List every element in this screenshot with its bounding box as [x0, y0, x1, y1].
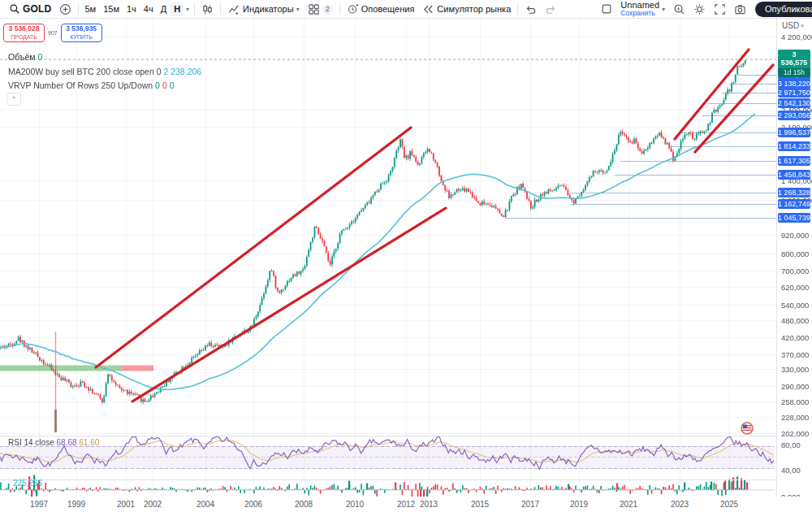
rsi-legend[interactable]: RSI 14 close 68,68 61,60: [8, 438, 99, 447]
level-price-label[interactable]: 1 162,749: [778, 199, 810, 209]
price-tick: 228,000: [781, 413, 809, 422]
level-price-label[interactable]: 2 971,750: [778, 88, 810, 98]
vrvp-value-extra: 0: [170, 80, 175, 90]
legend-collapse-button[interactable]: ⌃: [6, 93, 21, 106]
level-price-label[interactable]: 2 542,130: [778, 98, 810, 108]
year-label-2021: 2021: [620, 500, 637, 509]
price-tick: 420,000: [781, 333, 809, 342]
symbol-search[interactable]: GOLD: [5, 2, 55, 16]
timeframe-1ч[interactable]: 1ч: [123, 2, 140, 16]
chevron-down-icon: ▾: [662, 6, 665, 13]
spread-value: 907: [45, 30, 61, 36]
pane-separator[interactable]: [0, 436, 812, 436]
timeframe-4ч[interactable]: 4ч: [140, 2, 157, 16]
year-label-2025: 2025: [720, 500, 738, 509]
chart-style-button[interactable]: [197, 2, 218, 16]
price-tick: 480,000: [781, 315, 809, 324]
level-price-label[interactable]: 1 268,328: [778, 188, 810, 197]
pane-tick: 80,00: [781, 440, 801, 449]
level-price-label[interactable]: 1 045,739: [778, 213, 810, 223]
year-label-2010: 2010: [346, 500, 364, 509]
timeframe-group: 5м15м1ч4чДН: [81, 2, 184, 16]
currency-selector[interactable]: USD ▾: [782, 21, 804, 30]
vrvp-legend-label: VRVP Number Of Rows 250 Up/Down: [8, 80, 153, 90]
bar-countdown: 1d 15h: [778, 68, 810, 77]
alerts-label: Оповещения: [361, 4, 415, 14]
year-label-2008: 2008: [295, 500, 313, 509]
divider: [517, 3, 518, 15]
price-axis[interactable]: USD ▾ 4 200,0002 400,0002 100,0001 400,0…: [777, 18, 812, 497]
alerts-button[interactable]: Оповещения: [343, 2, 419, 16]
divider: [220, 3, 221, 15]
sell-button[interactable]: 3 536,028 ПРОДАТЬ: [3, 24, 45, 42]
year-label-1999: 1999: [67, 500, 85, 509]
level-price-label[interactable]: 1 458,843: [778, 170, 810, 180]
symbol-name: GOLD: [23, 3, 51, 15]
compare-add-button[interactable]: [55, 2, 76, 16]
rsi-ma-value: 61,60: [79, 438, 99, 447]
alert-clock-icon: [347, 3, 359, 15]
select-layout-checkbox[interactable]: [597, 2, 616, 16]
layout-count-badge: 2: [322, 4, 333, 15]
volume-pane-legend[interactable]: 225,266: [13, 479, 42, 488]
timeframe-15м[interactable]: 15м: [100, 2, 123, 16]
search-icon: [9, 3, 20, 15]
buy-button[interactable]: 3 536,935 КУПИТЬ: [61, 24, 102, 42]
current-price-value: 3 536,575: [778, 50, 810, 68]
layout-name-button[interactable]: Unnamed Сохранить ▾: [616, 2, 669, 16]
vrvp-value-up: 0: [155, 80, 160, 90]
trade-widget: 3 536,028 ПРОДАТЬ 907 3 536,935 КУПИТЬ: [3, 24, 102, 42]
settings-button[interactable]: [689, 2, 710, 16]
level-price-label[interactable]: 1 814,233: [778, 141, 810, 151]
rsi-legend-label: RSI 14 close: [8, 438, 54, 447]
indicators-icon: [227, 3, 240, 15]
indicators-button[interactable]: Индикаторы ▾: [223, 2, 304, 16]
sell-label: ПРОДАТЬ: [11, 33, 37, 41]
quick-search-button[interactable]: [669, 2, 689, 16]
timeframe-Д[interactable]: Д: [158, 2, 170, 16]
price-tick: 4 200,000: [781, 33, 812, 41]
level-price-label[interactable]: 1 996,537: [778, 128, 810, 137]
fullscreen-button[interactable]: [710, 2, 730, 16]
currency-label: USD: [782, 21, 799, 30]
screenshot-button[interactable]: [730, 2, 750, 16]
price-tick: 700,000: [781, 267, 809, 276]
year-label-1997: 1997: [30, 500, 48, 509]
ma200w-legend[interactable]: MA200W buy sell BTC 200 close open 0 2 2…: [8, 67, 201, 76]
level-price-label[interactable]: 2 293,056: [778, 111, 810, 120]
sell-price: 3 536,028: [9, 25, 40, 33]
level-price-label[interactable]: 1 617,305: [778, 156, 810, 166]
timeframe-5м[interactable]: 5м: [81, 2, 99, 16]
year-label-2017: 2017: [521, 500, 539, 509]
year-label-2001: 2001: [117, 500, 135, 509]
year-label-2019: 2019: [570, 500, 588, 509]
price-tick: 258,000: [781, 397, 809, 406]
year-label-2012: 2012: [397, 500, 415, 509]
candlestick-icon: [201, 3, 214, 15]
chevron-down-icon: ▾: [296, 6, 300, 13]
pane-separator[interactable]: [0, 479, 812, 480]
divider: [78, 3, 79, 15]
market-simulator-button[interactable]: Симулятор рынка: [418, 2, 515, 16]
time-axis[interactable]: 1997199920012002200420062008201020122013…: [0, 497, 812, 512]
volume-legend[interactable]: Объём 0: [8, 52, 42, 62]
volume-pane-value: 225,266: [13, 479, 42, 488]
undo-button[interactable]: [520, 2, 541, 16]
vrvp-value-down: 0: [162, 80, 167, 90]
save-link[interactable]: Сохранить: [620, 9, 654, 17]
layout-grid-button[interactable]: 2: [304, 2, 337, 16]
volume-legend-label: Объём: [8, 52, 35, 62]
redo-button[interactable]: [541, 2, 561, 16]
fullscreen-icon: [714, 3, 726, 15]
buy-price: 3 536,935: [66, 25, 97, 33]
timeframe-Н[interactable]: Н: [171, 2, 184, 16]
vrvp-legend[interactable]: VRVP Number Of Rows 250 Up/Down 0 0 0: [8, 80, 174, 90]
year-label-2015: 2015: [471, 500, 489, 509]
divider: [194, 3, 195, 15]
square-outline-icon: [601, 3, 612, 15]
current-price-label: GOLD 3 536,575 1d 15h: [778, 50, 810, 77]
us-flag-event-icon[interactable]: [741, 422, 754, 435]
buy-label: КУПИТЬ: [70, 33, 93, 41]
timeframe-chevron-icon[interactable]: ▾: [184, 6, 192, 13]
publish-button[interactable]: Опубликовать: [755, 2, 812, 17]
